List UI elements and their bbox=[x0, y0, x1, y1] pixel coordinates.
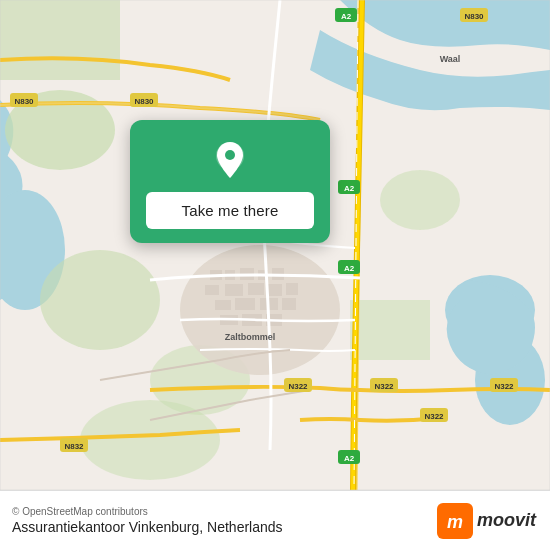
svg-rect-20 bbox=[268, 284, 282, 296]
svg-rect-21 bbox=[286, 283, 298, 295]
svg-point-6 bbox=[40, 250, 160, 350]
svg-text:A2: A2 bbox=[344, 454, 355, 463]
map-container: Zaltbommel Waal A2 A2 A2 A2 N830 N830 N8… bbox=[0, 0, 550, 490]
svg-text:N830: N830 bbox=[134, 97, 154, 106]
svg-rect-18 bbox=[225, 284, 243, 296]
footer-left: © OpenStreetMap contributors Assurantiek… bbox=[12, 506, 283, 535]
svg-rect-25 bbox=[282, 298, 296, 310]
svg-rect-4 bbox=[0, 0, 120, 80]
svg-text:N322: N322 bbox=[424, 412, 444, 421]
copyright-text: © OpenStreetMap contributors bbox=[12, 506, 283, 517]
svg-text:A2: A2 bbox=[344, 184, 355, 193]
svg-text:N830: N830 bbox=[464, 12, 484, 21]
moovit-icon: m bbox=[437, 503, 473, 539]
svg-rect-23 bbox=[235, 298, 255, 310]
svg-text:m: m bbox=[447, 512, 463, 532]
svg-rect-22 bbox=[215, 300, 231, 310]
map-pin-icon bbox=[208, 138, 252, 182]
svg-point-8 bbox=[380, 170, 460, 230]
svg-text:N322: N322 bbox=[374, 382, 394, 391]
moovit-text: moovit bbox=[477, 510, 536, 531]
svg-rect-19 bbox=[248, 283, 264, 295]
svg-point-58 bbox=[225, 150, 235, 160]
popup-card: Take me there bbox=[130, 120, 330, 243]
svg-rect-17 bbox=[205, 285, 219, 295]
footer: © OpenStreetMap contributors Assurantiek… bbox=[0, 490, 550, 550]
svg-point-10 bbox=[80, 400, 220, 480]
waal-label: Waal bbox=[440, 54, 461, 64]
svg-text:N322: N322 bbox=[288, 382, 308, 391]
svg-text:N830: N830 bbox=[14, 97, 34, 106]
svg-text:A2: A2 bbox=[341, 12, 352, 21]
svg-rect-9 bbox=[350, 300, 430, 360]
take-me-button[interactable]: Take me there bbox=[146, 192, 314, 229]
svg-text:N322: N322 bbox=[494, 382, 514, 391]
svg-text:A2: A2 bbox=[344, 264, 355, 273]
svg-text:N832: N832 bbox=[64, 442, 84, 451]
location-title: Assurantiekantoor Vinkenburg, Netherland… bbox=[12, 519, 283, 535]
city-label: Zaltbommel bbox=[225, 332, 276, 342]
moovit-logo: m moovit bbox=[437, 503, 536, 539]
